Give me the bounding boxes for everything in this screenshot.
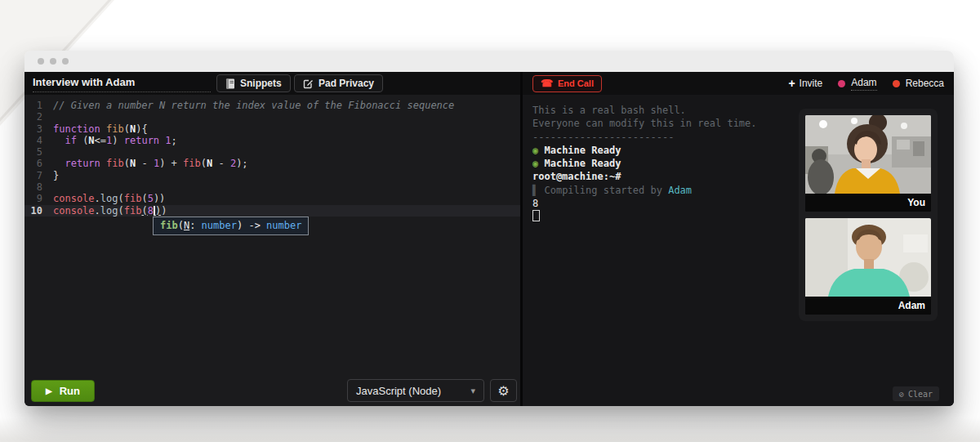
video-label: Adam <box>805 297 931 315</box>
window-control-dot[interactable] <box>50 58 56 65</box>
video-thumbnail-you[interactable]: You <box>805 115 931 212</box>
code-line[interactable]: 1// Given a number N return the index va… <box>24 100 520 111</box>
code-line[interactable]: 2 <box>24 111 520 123</box>
video-label: You <box>805 194 931 212</box>
language-select[interactable]: JavaScript (Node) ▾ <box>347 379 484 402</box>
participant-name: Rebecca <box>906 78 944 89</box>
video-thumbnail-adam[interactable]: Adam <box>805 218 931 315</box>
window-control-dot[interactable] <box>62 58 69 65</box>
call-header: ☎ End Call + Invite Adam Rebecca <box>523 72 954 95</box>
clear-terminal-button[interactable]: ⊘ Clear <box>893 386 939 401</box>
end-call-label: End Call <box>558 78 594 88</box>
phone-icon: ☎ <box>541 78 553 88</box>
editor-panel: Interview with Adam Snippets Pad Privacy… <box>24 72 523 406</box>
participants-list: + Invite Adam Rebecca <box>788 77 944 91</box>
line-number: 1 <box>24 100 42 111</box>
video-feed-adam <box>805 218 931 297</box>
invite-button[interactable]: + Invite <box>788 77 822 90</box>
code-line[interactable]: 7} <box>24 170 520 181</box>
gear-icon: ⚙ <box>497 383 509 399</box>
video-feed-you <box>805 115 931 194</box>
clear-label: Clear <box>908 390 933 399</box>
code-line[interactable]: 3function fib(N){ <box>24 123 520 135</box>
play-icon: ▶ <box>46 386 52 395</box>
run-button[interactable]: ▶ Run <box>31 380 95 402</box>
video-panel: You Adam <box>799 109 938 321</box>
edit-square-icon <box>303 78 314 89</box>
line-number: 10 <box>24 205 42 217</box>
presence-dot <box>838 80 845 87</box>
plus-icon: + <box>788 77 795 90</box>
window-control-dot[interactable] <box>38 58 44 65</box>
signature-tooltip: fib(N: number) -> number <box>153 217 309 235</box>
line-number: 3 <box>24 123 42 135</box>
app-window: Interview with Adam Snippets Pad Privacy… <box>24 51 954 406</box>
snippets-button[interactable]: Snippets <box>216 74 291 92</box>
code-line[interactable]: 10console.log(fib(8)) <box>24 205 520 217</box>
invite-label: Invite <box>800 78 823 89</box>
line-number: 2 <box>24 111 42 123</box>
line-number: 9 <box>24 193 42 204</box>
code-line[interactable]: 9console.log(fib(5)) <box>24 193 520 204</box>
chevron-down-icon: ▾ <box>470 386 475 396</box>
participant-name: Adam <box>851 77 876 91</box>
book-icon <box>225 78 235 89</box>
code-editor[interactable]: 1// Given a number N return the index va… <box>24 95 520 406</box>
run-label: Run <box>60 385 80 397</box>
code-line[interactable]: 6 return fib(N - 1) + fib(N - 2); <box>24 158 520 169</box>
line-number: 8 <box>24 181 42 193</box>
code-line[interactable]: 4 if (N<=1) return 1; <box>24 135 520 146</box>
line-number: 4 <box>24 135 42 146</box>
snippets-label: Snippets <box>240 78 282 89</box>
editor-header: Interview with Adam Snippets Pad Privacy <box>24 72 520 95</box>
page-bottom-shade <box>0 417 980 442</box>
line-number: 6 <box>24 158 42 169</box>
line-number: 5 <box>24 146 42 158</box>
pad-title[interactable]: Interview with Adam <box>33 76 211 92</box>
participant-rebecca[interactable]: Rebecca <box>893 78 944 89</box>
participant-adam[interactable]: Adam <box>838 77 876 91</box>
end-call-button[interactable]: ☎ End Call <box>532 75 602 92</box>
presence-dot <box>893 80 900 87</box>
pad-privacy-button[interactable]: Pad Privacy <box>294 74 383 92</box>
code-line[interactable]: 8 <box>24 181 520 193</box>
call-panel: ☎ End Call + Invite Adam Rebecca <box>523 72 954 406</box>
app-body: Interview with Adam Snippets Pad Privacy… <box>24 72 954 406</box>
settings-button[interactable]: ⚙ <box>490 379 517 402</box>
pad-privacy-label: Pad Privacy <box>318 78 374 89</box>
window-titlebar <box>24 51 954 72</box>
language-value: JavaScript (Node) <box>356 385 441 397</box>
clear-icon: ⊘ <box>899 390 904 399</box>
line-number: 7 <box>24 170 42 181</box>
code-line[interactable]: 5 <box>24 146 520 158</box>
